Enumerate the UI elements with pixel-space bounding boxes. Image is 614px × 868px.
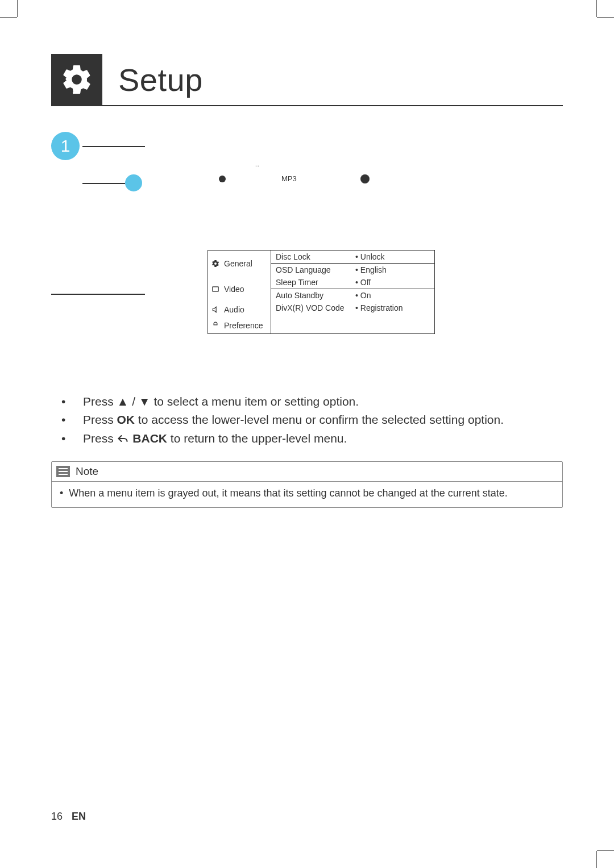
osd-item: Auto Standby On — [271, 289, 434, 302]
note-item: • When a menu item is grayed out, it mea… — [60, 487, 554, 499]
osd-tab-audio: Audio — [208, 302, 271, 318]
preference-icon — [210, 322, 221, 329]
osd-item-value: On — [355, 291, 371, 300]
note-icon — [56, 466, 70, 477]
step-marker-dot — [125, 174, 142, 191]
remote-illustration: .. MP3 — [208, 163, 372, 197]
crop-mark — [596, 0, 597, 17]
osd-tab-label: General — [224, 259, 252, 268]
svg-rect-0 — [213, 286, 219, 291]
note-box: Note • When a menu item is grayed out, i… — [51, 461, 563, 508]
instruction-text: Press — [83, 413, 117, 426]
page-title: Setup — [118, 61, 203, 98]
page-content: Setup 1 .. MP3 General — [51, 54, 563, 823]
audio-icon — [210, 306, 221, 314]
osd-item-value: English — [355, 265, 387, 274]
video-icon — [210, 285, 221, 293]
osd-tab-label: Video — [224, 285, 244, 294]
remote-detail: .. — [255, 161, 260, 168]
crop-mark — [597, 850, 614, 851]
back-key-label: BACK — [132, 432, 167, 445]
osd-tab-label: Preference — [224, 321, 263, 330]
osd-item: Disc Lock Unlock — [271, 251, 434, 264]
osd-item-label: DivX(R) VOD Code — [276, 303, 355, 312]
language-code: EN — [72, 811, 86, 823]
callout-line — [51, 294, 145, 295]
osd-tab-preference: Preference — [208, 318, 271, 333]
remote-button-dot — [219, 176, 226, 182]
setup-diagram: 1 .. MP3 General Disc Lock — [51, 132, 563, 359]
instruction-item: • Press ▲ / ▼ to select a menu item or s… — [61, 393, 563, 410]
osd-item: OSD Language English — [271, 264, 434, 276]
gear-small-icon — [210, 259, 221, 268]
crop-mark — [596, 851, 597, 868]
crop-mark — [597, 17, 614, 18]
osd-item-value: Off — [355, 278, 371, 287]
bullet-icon: • — [61, 393, 66, 410]
instruction-list: • Press ▲ / ▼ to select a menu item or s… — [51, 393, 563, 448]
instruction-item: • Press BACK to return to the upper-leve… — [61, 430, 563, 448]
osd-tab-label: Audio — [224, 305, 244, 314]
page-number: 16 — [51, 811, 63, 823]
callout-line — [82, 183, 125, 184]
crop-mark — [17, 0, 18, 17]
osd-item-label: Sleep Timer — [276, 278, 355, 287]
osd-tab-video: Video — [208, 276, 271, 302]
instruction-item: • Press OK to access the lower-level men… — [61, 411, 563, 428]
osd-item-value: Registration — [355, 303, 403, 312]
instruction-text: to return to the upper-level menu. — [167, 432, 347, 445]
bullet-icon: • — [60, 487, 63, 499]
section-header: Setup — [51, 54, 563, 105]
back-arrow-icon — [117, 431, 128, 448]
osd-item: Sleep Timer Off — [271, 276, 434, 289]
bullet-icon: • — [61, 430, 66, 448]
remote-button-dot — [360, 174, 370, 183]
instruction-text: to select a menu item or setting option. — [151, 395, 359, 408]
gear-icon — [51, 54, 102, 105]
page-footer: 16 EN — [51, 811, 86, 823]
remote-mp3-label: MP3 — [281, 174, 297, 183]
instruction-text: Press — [83, 432, 117, 445]
callout-line — [82, 146, 145, 147]
osd-item: DivX(R) VOD Code Registration — [271, 302, 434, 314]
divider — [51, 105, 563, 106]
osd-menu-screenshot: General Disc Lock Unlock OSD Language En… — [208, 250, 435, 334]
osd-tab-general: General — [208, 251, 271, 276]
bullet-icon: • — [61, 411, 66, 428]
note-title: Note — [76, 465, 98, 478]
instruction-text: Press — [83, 395, 117, 408]
note-text: When a menu item is grayed out, it means… — [69, 487, 507, 499]
osd-item-label: Disc Lock — [276, 252, 355, 261]
ok-key-label: OK — [117, 413, 135, 426]
step-badge-1: 1 — [51, 132, 80, 160]
osd-item-label: OSD Language — [276, 265, 355, 274]
osd-item-label: Auto Standby — [276, 291, 355, 300]
instruction-text: to access the lower-level menu or confir… — [135, 413, 504, 426]
osd-item-value: Unlock — [355, 252, 385, 261]
crop-mark — [0, 17, 17, 18]
up-down-symbol: ▲ / ▼ — [117, 395, 151, 408]
